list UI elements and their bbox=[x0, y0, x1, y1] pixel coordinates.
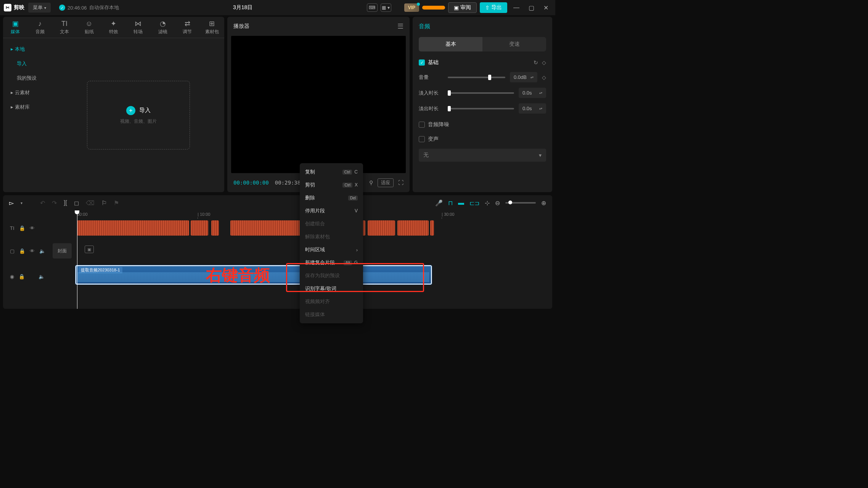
marker-tool[interactable]: ⚐ bbox=[101, 199, 107, 207]
player-viewport[interactable] bbox=[231, 36, 406, 173]
layout-icon[interactable]: ▦ ▾ bbox=[381, 3, 391, 12]
fadein-slider[interactable] bbox=[448, 92, 514, 94]
ctx-item[interactable]: 识别字幕/歌词 bbox=[300, 282, 363, 295]
text-clip[interactable] bbox=[77, 220, 189, 236]
align-icon[interactable]: ⊹ bbox=[485, 199, 490, 207]
lock-icon[interactable]: 🔒 bbox=[19, 274, 25, 279]
close-button[interactable]: ✕ bbox=[540, 4, 551, 11]
split-tool[interactable]: ][ bbox=[64, 199, 67, 206]
text-clip[interactable] bbox=[368, 220, 395, 236]
eye-icon[interactable]: 👁 bbox=[30, 225, 35, 231]
fit-button[interactable]: 适应 bbox=[378, 178, 394, 187]
vip-badge[interactable]: VIP bbox=[404, 3, 419, 12]
ctx-item: 解除素材包 bbox=[300, 230, 363, 243]
keyframe-icon[interactable]: ◇ bbox=[542, 59, 546, 66]
text-clip[interactable] bbox=[230, 220, 301, 236]
select-dropdown[interactable]: ▾ bbox=[21, 201, 23, 205]
lock-icon[interactable]: 🔒 bbox=[19, 248, 25, 254]
marker2-tool[interactable]: ⚑ bbox=[114, 199, 119, 207]
import-dropzone[interactable]: + 导入 视频、音频、图片 bbox=[87, 81, 190, 149]
text-clip[interactable] bbox=[397, 220, 429, 236]
minimize-button[interactable]: — bbox=[510, 4, 522, 11]
volume-value[interactable]: 0.0dB▴▾ bbox=[510, 72, 537, 82]
zoom-icon[interactable]: ⚲ bbox=[369, 180, 373, 186]
sidebar-import[interactable]: 导入 bbox=[3, 56, 53, 71]
lock-icon[interactable]: 🔒 bbox=[19, 225, 25, 231]
ctx-item[interactable]: 新建复合片段AltG bbox=[300, 256, 363, 269]
maximize-button[interactable]: ▢ bbox=[526, 4, 537, 11]
video-slot-icon[interactable]: ▣ bbox=[85, 246, 94, 253]
text-clip[interactable] bbox=[430, 220, 434, 236]
link-icon[interactable]: ⊏⊐ bbox=[469, 199, 479, 207]
ctx-item[interactable]: 删除Del bbox=[300, 191, 363, 204]
media-tab-媒体[interactable]: ▣媒体 bbox=[3, 17, 27, 38]
undo-button[interactable]: ↶ bbox=[40, 199, 45, 207]
sidebar-library[interactable]: ▸ 素材库 bbox=[3, 100, 53, 114]
media-tab-调节[interactable]: ⇄调节 bbox=[175, 17, 199, 38]
fadeout-value[interactable]: 0.0s▴▾ bbox=[519, 103, 546, 114]
select-tool[interactable]: ▻ bbox=[9, 199, 14, 207]
volume-label: 音量 bbox=[419, 74, 443, 81]
zoom-in-icon[interactable]: ⊕ bbox=[541, 199, 546, 207]
text-clip[interactable] bbox=[211, 220, 219, 236]
ctx-item[interactable]: 时间区域› bbox=[300, 243, 363, 256]
zoom-out-icon[interactable]: ⊖ bbox=[495, 199, 500, 207]
props-title: 音频 bbox=[419, 23, 546, 30]
mic-icon[interactable]: 🎤 bbox=[435, 199, 443, 207]
voice-select[interactable]: 无▾ bbox=[419, 149, 546, 162]
audio-clip[interactable]: 提取音频20230318-1 bbox=[76, 265, 432, 284]
ctx-item[interactable]: 复制CtrlC bbox=[300, 165, 363, 178]
ctx-item: 链接媒体 bbox=[300, 308, 363, 312]
media-tab-特效[interactable]: ✦特效 bbox=[101, 17, 126, 38]
media-tab-素材包[interactable]: ⊞素材包 bbox=[200, 17, 224, 38]
mute-icon[interactable]: 🔈 bbox=[39, 248, 45, 254]
media-tab-贴纸[interactable]: ☺贴纸 bbox=[77, 17, 101, 38]
properties-panel: 音频 基本 变速 ✓ 基础 ↻ ◇ 音量 0.0dB▴▾ ◇ 淡入时长 0.0s… bbox=[413, 17, 552, 192]
volume-slider[interactable] bbox=[448, 77, 505, 78]
media-tab-转场[interactable]: ⋈转场 bbox=[126, 17, 150, 38]
noise-checkbox[interactable] bbox=[419, 122, 425, 128]
progress-bar bbox=[422, 6, 445, 10]
sidebar-preset[interactable]: 我的预设 bbox=[3, 71, 53, 85]
sidebar-cloud[interactable]: ▸ 云素材 bbox=[3, 85, 53, 100]
timeline[interactable]: 00:00 | 10:00 | 20:00 | 30:00 TI 🔒 👁 ▢ 🔒 bbox=[3, 210, 552, 309]
fadeout-slider[interactable] bbox=[448, 108, 514, 109]
keyboard-icon[interactable]: ⌨ bbox=[367, 3, 378, 12]
reset-icon[interactable]: ↻ bbox=[534, 59, 538, 66]
voice-label: 变声 bbox=[428, 136, 439, 143]
media-tab-音频[interactable]: ♪音频 bbox=[27, 17, 52, 38]
media-tab-滤镜[interactable]: ◔滤镜 bbox=[151, 17, 175, 38]
playhead[interactable] bbox=[77, 210, 77, 309]
app-logo: ✂ 剪映 bbox=[4, 4, 24, 11]
basic-checkbox[interactable]: ✓ bbox=[419, 59, 425, 66]
media-tab-文本[interactable]: TI文本 bbox=[52, 17, 77, 38]
video-track: ▢ 🔒 👁 🔈 封面 ▣ bbox=[3, 242, 552, 260]
check-icon: ✓ bbox=[59, 5, 65, 11]
mute-icon[interactable]: 🔈 bbox=[39, 274, 45, 279]
export-button[interactable]: ⇧ 导出 bbox=[480, 2, 507, 13]
audio-track-icon: ◉ bbox=[10, 274, 14, 279]
magnet-icon[interactable]: ⊓ bbox=[448, 199, 453, 207]
snap-icon[interactable]: ▬ bbox=[458, 199, 464, 206]
review-button[interactable]: ▣ 审阅 bbox=[448, 2, 477, 13]
player-menu-icon[interactable]: ☰ bbox=[397, 22, 403, 30]
volume-keyframe[interactable]: ◇ bbox=[542, 74, 546, 80]
media-panel: ▣媒体♪音频TI文本☺贴纸✦特效⋈转场◔滤镜⇄调节⊞素材包 ▸ 本地 导入 我的… bbox=[3, 17, 224, 192]
text-clip[interactable] bbox=[191, 220, 208, 236]
crop-tool[interactable]: ◻ bbox=[74, 199, 79, 207]
ctx-item[interactable]: 停用片段V bbox=[300, 204, 363, 217]
voice-checkbox[interactable] bbox=[419, 136, 425, 142]
delete-left-tool[interactable]: ⌫ bbox=[86, 199, 95, 207]
menu-button[interactable]: 菜单▾ bbox=[28, 3, 51, 13]
sidebar-local[interactable]: ▸ 本地 bbox=[3, 42, 53, 56]
fadein-value[interactable]: 0.0s▴▾ bbox=[519, 88, 546, 98]
eye-icon[interactable]: 👁 bbox=[30, 248, 35, 254]
zoom-slider[interactable] bbox=[505, 202, 536, 204]
fullscreen-icon[interactable]: ⛶ bbox=[398, 180, 403, 186]
cover-button[interactable]: 封面 bbox=[53, 243, 72, 258]
ctx-item[interactable]: 剪切CtrlX bbox=[300, 178, 363, 191]
redo-button[interactable]: ↷ bbox=[52, 199, 57, 207]
tab-basic[interactable]: 基本 bbox=[419, 37, 482, 51]
tab-speed[interactable]: 变速 bbox=[482, 37, 546, 51]
project-title[interactable]: 3月18日 bbox=[119, 4, 367, 11]
